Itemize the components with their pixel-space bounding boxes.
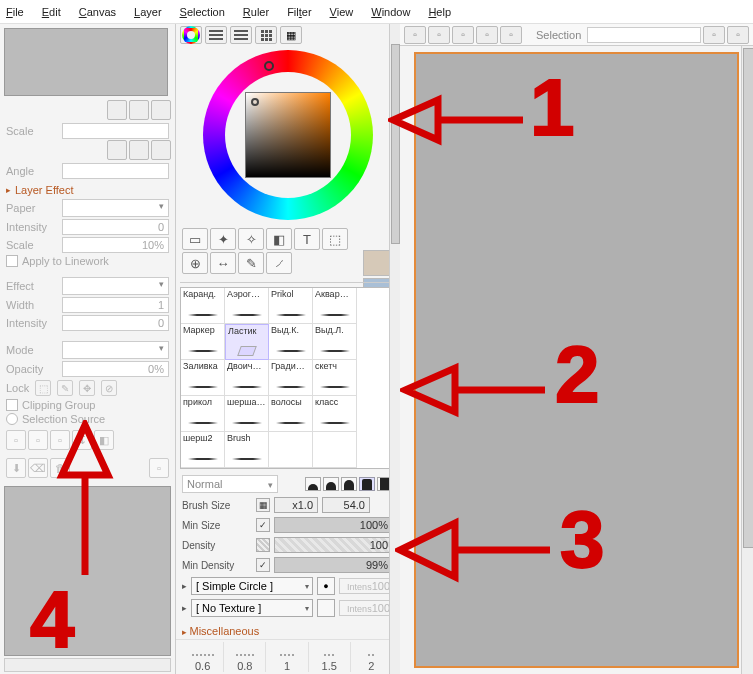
layers-list[interactable] xyxy=(4,486,171,656)
scale-btn-3[interactable] xyxy=(151,140,171,160)
menu-file[interactable]: File xyxy=(6,6,24,18)
brush-texture-dropdown[interactable]: [ No Texture ] xyxy=(191,599,313,617)
brush-size-value[interactable]: 54.0 xyxy=(322,497,370,513)
spacing-0[interactable]: 0.6 xyxy=(182,642,224,672)
min-density-slider[interactable]: 99% xyxy=(274,557,393,573)
brush-8[interactable]: Заливка xyxy=(181,360,225,396)
min-density-check[interactable]: ✓ xyxy=(256,558,270,572)
new-set-button[interactable]: ▫ xyxy=(50,430,70,450)
nav-btn-2[interactable] xyxy=(129,100,149,120)
spacing-4[interactable]: 2 xyxy=(351,642,393,672)
tool-5[interactable]: ⬚ xyxy=(322,228,348,250)
brush-18[interactable] xyxy=(269,432,313,468)
color-sliders-mode[interactable] xyxy=(230,26,252,44)
brush-3[interactable]: Аквар… xyxy=(313,288,357,324)
spacing-3[interactable]: 1.5 xyxy=(309,642,351,672)
nav-btn-1[interactable] xyxy=(107,100,127,120)
sv-box[interactable] xyxy=(245,92,331,178)
canvas-vscroll[interactable] xyxy=(741,46,753,674)
brush-14[interactable]: волосы xyxy=(269,396,313,432)
menu-selection[interactable]: Selection xyxy=(180,6,225,18)
layer-opts-button[interactable]: ▫ xyxy=(149,458,169,478)
menu-canvas[interactable]: Canvas xyxy=(79,6,116,18)
menu-view[interactable]: View xyxy=(330,6,354,18)
hue-marker[interactable] xyxy=(264,61,274,71)
lock-none-icon[interactable]: ⬚ xyxy=(35,380,51,396)
density-link[interactable] xyxy=(256,538,270,552)
shape-expand-icon[interactable]: ▸ xyxy=(182,581,187,591)
clipping-group-checkbox[interactable] xyxy=(6,399,18,411)
brush-16[interactable]: шерш2 xyxy=(181,432,225,468)
brush-12[interactable]: прикол xyxy=(181,396,225,432)
brush-5[interactable]: Ластик xyxy=(225,324,269,360)
menu-ruler[interactable]: Ruler xyxy=(243,6,269,18)
navigator-thumbnail[interactable] xyxy=(4,28,168,96)
tool-7[interactable]: ↔ xyxy=(210,252,236,274)
effect-dropdown[interactable] xyxy=(62,277,169,295)
canvas[interactable] xyxy=(414,52,739,668)
tool-8[interactable]: ✎ xyxy=(238,252,264,274)
lock-move-icon[interactable]: ✥ xyxy=(79,380,95,396)
blend-mode-dropdown[interactable]: Normal xyxy=(182,475,278,493)
doc-tb-5[interactable]: ▫ xyxy=(500,26,522,44)
lock-all-icon[interactable]: ⊘ xyxy=(101,380,117,396)
clear-layer-button[interactable]: ⌫ xyxy=(28,458,48,478)
apply-linework-checkbox[interactable] xyxy=(6,255,18,267)
spacing-row[interactable]: 0.60.811.52 xyxy=(176,639,399,674)
opacity-field[interactable]: 0% xyxy=(62,361,169,377)
layer-effect-header[interactable]: Layer Effect xyxy=(0,180,175,198)
brush-6[interactable]: Выд.К. xyxy=(269,324,313,360)
brush-9[interactable]: Двоич… xyxy=(225,360,269,396)
texture-intensity[interactable]: Intens100 xyxy=(339,600,393,616)
menu-window[interactable]: Window xyxy=(371,6,410,18)
brush-shape-preview[interactable]: ● xyxy=(317,577,335,595)
angle-field[interactable] xyxy=(62,163,169,179)
tip-shape-2[interactable] xyxy=(323,477,339,491)
new-layer-button[interactable]: ▫ xyxy=(6,430,26,450)
doc-tb-1[interactable]: ▫ xyxy=(404,26,426,44)
merge-down-button[interactable]: ⬇ xyxy=(6,458,26,478)
paper-dropdown[interactable] xyxy=(62,199,169,217)
mode-dropdown[interactable] xyxy=(62,341,169,359)
brush-4[interactable]: Маркер xyxy=(181,324,225,360)
doc-tb-4[interactable]: ▫ xyxy=(476,26,498,44)
brush-13[interactable]: шерша… xyxy=(225,396,269,432)
new-linework-button[interactable]: ▫ xyxy=(28,430,48,450)
brush-17[interactable]: Brush xyxy=(225,432,269,468)
doc-tb-2[interactable]: ▫ xyxy=(428,26,450,44)
tool-0[interactable]: ▭ xyxy=(182,228,208,250)
spacing-1[interactable]: 0.8 xyxy=(224,642,266,672)
brush-10[interactable]: Гради… xyxy=(269,360,313,396)
scale-field[interactable] xyxy=(62,123,169,139)
spacing-2[interactable]: 1 xyxy=(266,642,308,672)
width-field[interactable]: 1 xyxy=(62,297,169,313)
nav-btn-3[interactable] xyxy=(151,100,171,120)
tip-shape-3[interactable] xyxy=(341,477,357,491)
tool-2[interactable]: ✧ xyxy=(238,228,264,250)
tool-4[interactable]: T xyxy=(294,228,320,250)
intensity-field[interactable]: 0 xyxy=(62,219,169,235)
tool-9[interactable]: ⟋ xyxy=(266,252,292,274)
brush-size-link[interactable]: ▦ xyxy=(256,498,270,512)
delete-layer-button[interactable]: 🗑 xyxy=(50,458,70,478)
color-swatches-mode[interactable] xyxy=(255,26,277,44)
min-size-check[interactable]: ✓ xyxy=(256,518,270,532)
brush-7[interactable]: Выд.Л. xyxy=(313,324,357,360)
scale2-field[interactable]: 10% xyxy=(62,237,169,253)
brush-0[interactable]: Каранд. xyxy=(181,288,225,324)
brush-size-mult[interactable]: x1.0 xyxy=(274,497,318,513)
sv-marker[interactable] xyxy=(251,98,259,106)
color-scratchpad-mode[interactable]: ▦ xyxy=(280,26,302,44)
tool-3[interactable]: ◧ xyxy=(266,228,292,250)
misc-header[interactable]: Miscellaneous xyxy=(176,619,399,639)
tool-1[interactable]: ✦ xyxy=(210,228,236,250)
menu-filter[interactable]: Filter xyxy=(287,6,311,18)
color-wheel-mode[interactable] xyxy=(180,26,202,44)
layers-hscroll[interactable] xyxy=(4,658,171,672)
density-slider[interactable]: 100 xyxy=(274,537,393,553)
brush-texture-preview[interactable] xyxy=(317,599,335,617)
lock-pixel-icon[interactable]: ✎ xyxy=(57,380,73,396)
brush-2[interactable]: Prikol xyxy=(269,288,313,324)
doc-tb-6[interactable]: ▫ xyxy=(703,26,725,44)
tip-shape-1[interactable] xyxy=(305,477,321,491)
